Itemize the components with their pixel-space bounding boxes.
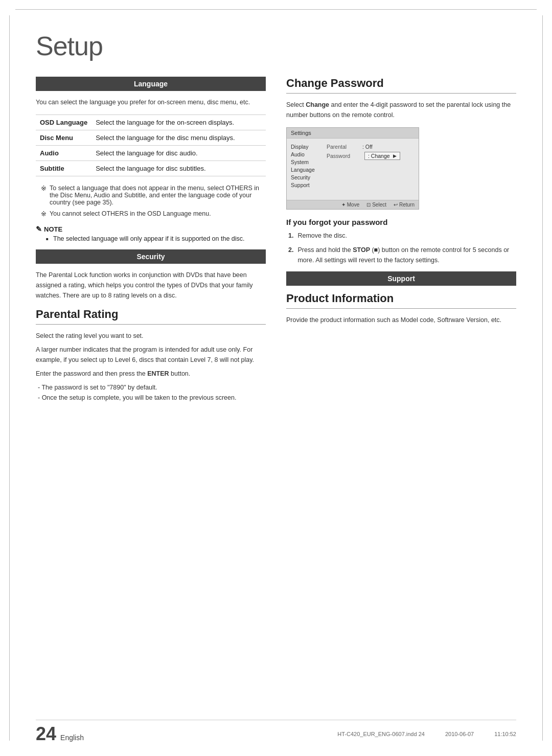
lang-desc: Select the language for disc subtitles. bbox=[91, 161, 266, 176]
dash-item: - The password is set to "7890" by defau… bbox=[38, 382, 266, 393]
parental-intro-1: Select the rating level you want to set. bbox=[36, 331, 266, 341]
step-number: 2. bbox=[288, 245, 293, 265]
change-password-body: Select Change and enter the 4-digit pass… bbox=[286, 100, 516, 120]
table-row: AudioSelect the language for disc audio. bbox=[36, 146, 266, 161]
settings-sidebar-item: Audio bbox=[291, 151, 318, 157]
table-row: SubtitleSelect the language for disc sub… bbox=[36, 161, 266, 176]
lang-label: Disc Menu bbox=[36, 130, 91, 146]
table-row: Disc MenuSelect the language for the dis… bbox=[36, 130, 266, 146]
settings-footer-icon: ↩ bbox=[394, 202, 398, 208]
note-text: To select a language that does not appea… bbox=[50, 185, 266, 206]
language-section-bar: Language bbox=[36, 77, 266, 91]
lang-label: OSD Language bbox=[36, 115, 91, 130]
settings-footer-icon: ✦ bbox=[341, 202, 346, 208]
step-text: Remove the disc. bbox=[297, 231, 347, 241]
right-column: Change Password Select Change and enter … bbox=[286, 77, 516, 407]
settings-sidebar: DisplayAudioSystemLanguageSecuritySuppor… bbox=[287, 142, 323, 197]
parental-dash-list: - The password is set to "7890" by defau… bbox=[38, 382, 266, 403]
settings-footer-icon: ⊡ bbox=[366, 202, 371, 208]
forgot-step: 2.Press and hold the STOP (■) button on … bbox=[288, 245, 516, 265]
settings-row: Parental: Off bbox=[327, 144, 415, 150]
settings-footer-item: ✦Move bbox=[341, 202, 359, 208]
forgot-password-heading: If you forgot your password bbox=[286, 218, 516, 226]
settings-sidebar-item: Security bbox=[291, 174, 318, 180]
settings-row-value: : Off bbox=[362, 144, 373, 150]
note-text: You cannot select OTHERS in the OSD Lang… bbox=[50, 210, 211, 218]
lang-desc: Select the language for disc audio. bbox=[91, 146, 266, 161]
settings-row-label: Parental bbox=[327, 144, 362, 150]
parental-intro-2: A larger number indicates that the progr… bbox=[36, 345, 266, 365]
footer-language: English bbox=[60, 734, 84, 742]
left-column: Language You can select the language you… bbox=[36, 77, 266, 407]
note-title: ✎ NOTE bbox=[36, 225, 266, 233]
settings-row-value-box: : Change▶ bbox=[364, 152, 400, 160]
note-bullets: The selected language will only appear i… bbox=[46, 235, 266, 242]
settings-footer-item: ⊡Select bbox=[366, 202, 386, 208]
note-label: NOTE bbox=[44, 225, 62, 233]
settings-footer: ✦Move⊡Select↩Return bbox=[287, 200, 419, 209]
settings-sidebar-item: Support bbox=[291, 182, 318, 188]
settings-screenshot: Settings DisplayAudioSystemLanguageSecur… bbox=[286, 127, 419, 210]
lang-desc: Select the language for the on-screen di… bbox=[91, 115, 266, 130]
note-bullet-item: The selected language will only appear i… bbox=[46, 235, 266, 242]
page: Setup Language You can select the langua… bbox=[0, 0, 552, 756]
settings-main: Parental: OffPassword: Change▶ bbox=[323, 142, 419, 197]
note-symbol: ※ bbox=[41, 210, 47, 218]
dash-item: - Once the setup is complete, you will b… bbox=[38, 393, 266, 403]
lang-label: Audio bbox=[36, 146, 91, 161]
table-row: OSD LanguageSelect the language for the … bbox=[36, 115, 266, 130]
footer-file: HT-C420_EUR_ENG-0607.indd 24 bbox=[337, 731, 425, 737]
settings-footer-label: Move bbox=[347, 202, 359, 208]
note-item: ※You cannot select OTHERS in the OSD Lan… bbox=[41, 210, 266, 218]
settings-row-label: Password bbox=[327, 153, 362, 159]
page-border-right bbox=[542, 15, 543, 741]
lang-label: Subtitle bbox=[36, 161, 91, 176]
settings-sidebar-item: System bbox=[291, 159, 318, 165]
page-border-left bbox=[9, 15, 10, 741]
product-info-heading: Product Information bbox=[286, 292, 516, 309]
step-number: 1. bbox=[288, 231, 293, 241]
security-section-bar: Security bbox=[36, 249, 266, 264]
forgot-password-steps: 1.Remove the disc.2.Press and hold the S… bbox=[288, 231, 516, 265]
footer-date: 2010-06-07 bbox=[445, 731, 474, 737]
settings-sidebar-item: Display bbox=[291, 144, 318, 150]
settings-arrow-icon: ▶ bbox=[393, 153, 397, 158]
language-table: OSD LanguageSelect the language for the … bbox=[36, 114, 266, 176]
page-footer: 24 English HT-C420_EUR_ENG-0607.indd 24 … bbox=[36, 720, 516, 745]
settings-footer-item: ↩Return bbox=[394, 202, 415, 208]
settings-footer-label: Select bbox=[372, 202, 386, 208]
settings-row: Password: Change▶ bbox=[327, 152, 415, 160]
security-body: The Parental Lock function works in conj… bbox=[36, 270, 266, 301]
note-box: ✎ NOTE The selected language will only a… bbox=[36, 225, 266, 242]
page-title: Setup bbox=[36, 31, 516, 61]
settings-row-value: : Change bbox=[368, 153, 390, 159]
settings-sidebar-item: Language bbox=[291, 167, 318, 173]
page-border-top bbox=[15, 9, 537, 10]
notes-list: ※To select a language that does not appe… bbox=[41, 185, 266, 218]
language-intro: You can select the language you prefer f… bbox=[36, 97, 266, 107]
note-pencil-icon: ✎ bbox=[36, 225, 42, 233]
settings-title-bar: Settings bbox=[287, 128, 419, 139]
page-number: 24 bbox=[36, 723, 56, 745]
footer-left: 24 English bbox=[36, 723, 84, 745]
footer-time: 11:10:52 bbox=[494, 731, 516, 737]
footer-right: HT-C420_EUR_ENG-0607.indd 24 2010-06-07 … bbox=[337, 731, 516, 737]
settings-body: DisplayAudioSystemLanguageSecuritySuppor… bbox=[287, 139, 419, 200]
parental-enter-password: Enter the password and then press the EN… bbox=[36, 369, 266, 379]
parental-rating-heading: Parental Rating bbox=[36, 308, 266, 325]
note-item: ※To select a language that does not appe… bbox=[41, 185, 266, 206]
change-password-heading: Change Password bbox=[286, 77, 516, 94]
note-symbol: ※ bbox=[41, 185, 47, 206]
settings-footer-label: Return bbox=[399, 202, 415, 208]
step-text: Press and hold the STOP (■) button on th… bbox=[297, 245, 516, 265]
product-info-body: Provide the product information such as … bbox=[286, 315, 516, 325]
forgot-step: 1.Remove the disc. bbox=[288, 231, 516, 241]
support-section-bar: Support bbox=[286, 271, 516, 286]
lang-desc: Select the language for the disc menu di… bbox=[91, 130, 266, 146]
